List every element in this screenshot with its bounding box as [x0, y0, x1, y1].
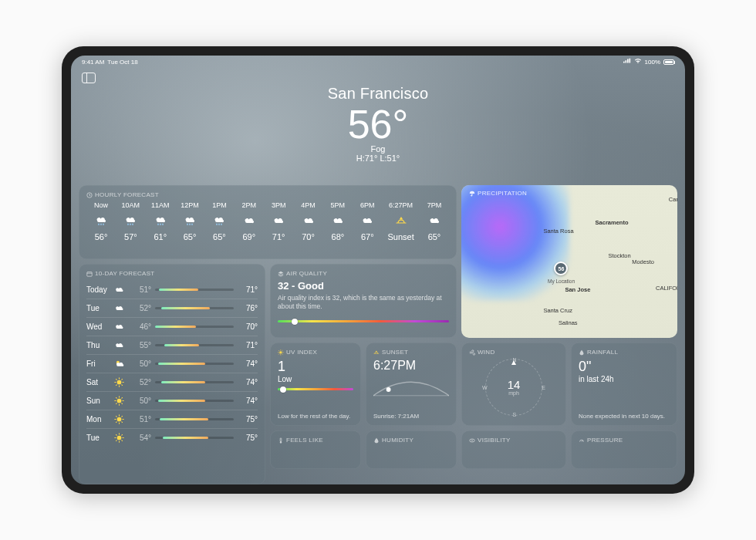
hourly-forecast-card[interactable]: HOURLY FORECAST Now 56°10AM 57°11AM 61°1… — [79, 185, 457, 259]
wind-unit: mph — [508, 390, 521, 396]
cloud-icon — [114, 322, 131, 332]
hour-temp: 69° — [235, 232, 264, 241]
tenday-row-7[interactable]: Mon 51° 75° — [86, 410, 258, 428]
status-date: Tue Oct 18 — [107, 59, 137, 66]
hour-cell-7[interactable]: 4PM 70° — [294, 201, 323, 241]
hour-cell-8[interactable]: 5PM 68° — [323, 201, 353, 241]
hour-time: 5PM — [323, 201, 353, 209]
tenday-row-0[interactable]: Today 51° 71° — [86, 280, 258, 299]
current-condition: Fog — [71, 144, 685, 154]
day-high: 71° — [238, 285, 258, 294]
pressure-card[interactable]: PRESSURE — [571, 430, 677, 469]
uv-footer: Low for the rest of the day. — [278, 413, 353, 420]
hour-time: 12PM — [175, 201, 204, 209]
day-high: 70° — [238, 322, 258, 331]
ten-day-forecast-card[interactable]: 10-DAY FORECAST Today 51° 71°Tue 52° 76°… — [79, 264, 265, 484]
part-sun-icon — [114, 359, 131, 369]
hour-cell-5[interactable]: 2PM 69° — [235, 201, 264, 241]
battery-icon — [663, 59, 674, 65]
cloud-icon — [420, 213, 449, 228]
cloud-icon — [114, 340, 131, 350]
hour-cell-4[interactable]: 1PM 65° — [204, 201, 234, 241]
cloud-drizzle-icon — [204, 213, 234, 228]
day-label: Sat — [86, 378, 114, 386]
rainfall-footer: None expected in next 10 days. — [579, 413, 670, 420]
sunset-time: 6:27PM — [373, 359, 449, 373]
aqi-value: 32 - Good — [278, 280, 449, 292]
visibility-card[interactable]: VISIBILITY — [461, 430, 566, 469]
hour-temp: 57° — [116, 232, 145, 241]
hour-cell-6[interactable]: 3PM 71° — [264, 201, 293, 241]
tenday-row-3[interactable]: Thu 55° 71° — [86, 336, 258, 354]
tablet-frame: 9:41 AM Tue Oct 18 100% San Francisco 56… — [62, 46, 694, 494]
day-high: 74° — [238, 359, 258, 368]
tenday-row-8[interactable]: Tue 54° 75° — [86, 428, 258, 447]
hour-cell-10[interactable]: 6:27PM Sunset — [383, 201, 420, 241]
cloud-icon — [353, 213, 382, 228]
temp-range-bar — [155, 326, 234, 328]
day-low: 54° — [131, 434, 151, 442]
day-low: 52° — [131, 378, 151, 386]
feels-like-card[interactable]: FEELS LIKE — [270, 430, 361, 469]
cloud-icon — [264, 213, 293, 228]
tenday-title: 10-DAY FORECAST — [86, 270, 258, 277]
uv-value: 1 — [278, 359, 353, 375]
cloud-icon — [294, 213, 323, 228]
uv-index-card[interactable]: UV INDEX 1 Low Low for the rest of the d… — [270, 343, 361, 426]
hour-temp: 56° — [86, 232, 116, 241]
map-city-label: Stockton — [608, 252, 630, 259]
hour-cell-9[interactable]: 6PM 67° — [353, 201, 382, 241]
day-low: 51° — [131, 285, 151, 294]
temp-range-bar — [155, 381, 234, 383]
hour-cell-11[interactable]: 7PM 65° — [420, 201, 449, 241]
sidebar-toggle-button[interactable] — [82, 73, 96, 83]
hour-temp: 65° — [420, 232, 449, 241]
city-name: San Francisco — [71, 85, 685, 103]
hour-cell-3[interactable]: 12PM 65° — [175, 201, 204, 241]
wind-card[interactable]: WIND N S W E 14 mph — [461, 343, 566, 426]
precip-map[interactable]: CarsonSanta RosaSacramentoStocktonModest… — [461, 185, 677, 338]
day-low: 50° — [131, 359, 151, 368]
hour-time: 7PM — [420, 201, 449, 209]
day-high: 75° — [238, 415, 258, 424]
hour-time: 10AM — [116, 201, 145, 209]
tenday-row-4[interactable]: Fri 50° 74° — [86, 354, 258, 373]
temp-range-bar — [155, 418, 234, 420]
temp-range-bar — [155, 289, 234, 291]
precipitation-map-card[interactable]: PRECIPITATION CarsonSanta RosaSacramento… — [461, 185, 677, 338]
hour-cell-2[interactable]: 11AM 61° — [146, 201, 175, 241]
weather-app-screen: 9:41 AM Tue Oct 18 100% San Francisco 56… — [71, 56, 685, 484]
svg-point-9 — [386, 387, 391, 392]
day-high: 75° — [238, 434, 258, 442]
cloud-drizzle-icon — [116, 213, 145, 228]
sunrise-footer: Sunrise: 7:21AM — [373, 413, 449, 420]
tenday-row-2[interactable]: Wed 46° 70° — [86, 317, 258, 336]
hour-temp: 65° — [175, 232, 204, 241]
tenday-row-6[interactable]: Sun 50° 74° — [86, 391, 258, 410]
hour-cell-0[interactable]: Now 56° — [86, 201, 116, 241]
rainfall-card[interactable]: RAINFALL 0" in last 24h None expected in… — [571, 343, 677, 426]
day-label: Tue — [86, 434, 114, 442]
map-city-label: Santa Cruz — [543, 307, 572, 314]
hour-cell-1[interactable]: 10AM 57° — [116, 201, 145, 241]
status-time: 9:41 AM — [82, 59, 104, 66]
signal-icon — [623, 58, 631, 66]
day-low: 55° — [131, 341, 151, 349]
cloud-drizzle-icon — [86, 213, 116, 228]
pin-caption: My Location — [548, 278, 575, 284]
tenday-row-5[interactable]: Sat 52° 74° — [86, 373, 258, 391]
tenday-row-1[interactable]: Tue 52° 76° — [86, 299, 258, 317]
hour-temp: Sunset — [383, 232, 420, 241]
day-high: 74° — [238, 397, 258, 405]
day-label: Sun — [86, 397, 114, 405]
aqi-title: AIR QUALITY — [278, 270, 449, 277]
air-quality-card[interactable]: AIR QUALITY 32 - Good Air quality index … — [270, 264, 457, 338]
day-high: 74° — [238, 378, 258, 386]
humidity-card[interactable]: HUMIDITY — [366, 430, 457, 469]
sunset-card[interactable]: SUNSET 6:27PM Sunrise: 7:21AM — [366, 343, 457, 426]
cloud-icon — [235, 213, 264, 228]
hour-time: 3PM — [264, 201, 293, 209]
day-low: 46° — [131, 322, 151, 331]
aqi-description: Air quality index is 32, which is the sa… — [278, 294, 449, 311]
current-weather-header: San Francisco 56° Fog H:71° L:51° — [71, 68, 685, 163]
